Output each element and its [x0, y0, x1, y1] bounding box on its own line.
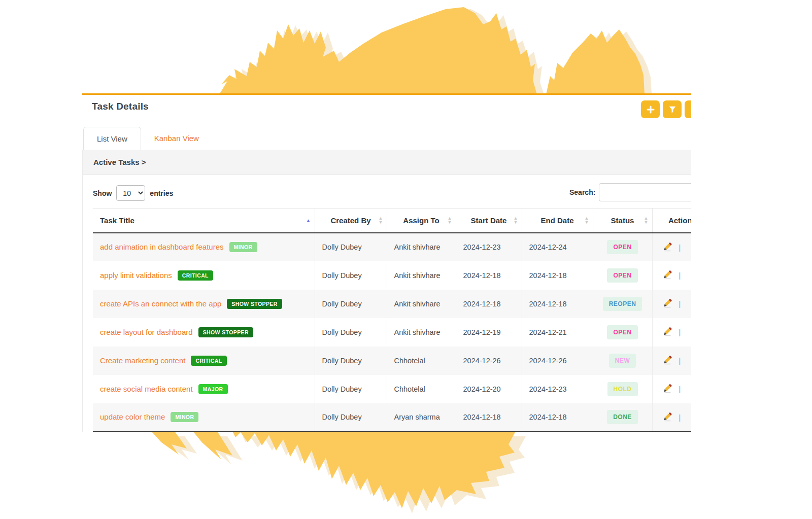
add-task-button[interactable] — [641, 100, 660, 118]
plus-icon — [647, 106, 655, 114]
action-cell: | — [652, 375, 691, 403]
status-cell: NEW — [593, 347, 652, 375]
column-header-label: Start Date — [471, 216, 507, 225]
action-separator: | — [679, 385, 681, 393]
page: Task Details List View Kanban View — [0, 0, 812, 519]
task-title-link[interactable]: create layout for dashboard — [100, 328, 193, 336]
entries-label: entries — [150, 189, 173, 197]
task-title-cell: create social media contentMAJOR — [93, 375, 315, 403]
column-header-label: End Date — [540, 216, 573, 225]
status-badge: HOLD — [607, 382, 638, 396]
priority-badge: SHOW STOPPER — [198, 327, 253, 337]
task-title-link[interactable]: Create marketing content — [100, 356, 185, 365]
end-date-cell: 2024-12-18 — [522, 261, 593, 290]
start-date-cell: 2024-12-18 — [456, 261, 522, 290]
table-row: create APIs an connect with the appSHOW … — [93, 290, 691, 318]
task-title-cell: Create marketing contentCRITICAL — [93, 347, 315, 375]
sort-both-icon: ▲▼ — [514, 216, 518, 224]
start-date-cell: 2024-12-26 — [456, 347, 522, 375]
start-date-cell: 2024-12-23 — [456, 233, 522, 261]
priority-badge: SHOW STOPPER — [227, 299, 282, 309]
column-header-task-title[interactable]: Task Title▲ — [93, 209, 315, 233]
status-cell: OPEN — [593, 318, 652, 347]
edit-pencil-icon[interactable] — [662, 297, 673, 310]
tab-list-view[interactable]: List View — [83, 127, 141, 150]
status-cell: OPEN — [593, 233, 652, 261]
status-cell: DONE — [593, 403, 652, 432]
search-input[interactable] — [599, 183, 691, 201]
start-date-cell: 2024-12-18 — [456, 290, 522, 318]
page-title: Task Details — [92, 101, 149, 112]
action-cell: | — [652, 318, 691, 347]
table-row: apply limit validationsCRITICALDolly Dub… — [93, 261, 691, 290]
end-date-cell: 2024-12-24 — [522, 233, 593, 261]
search-control: Search: — [569, 183, 691, 201]
end-date-cell: 2024-12-21 — [522, 318, 593, 347]
filter-button[interactable] — [663, 100, 682, 118]
column-header-start-date[interactable]: Start Date▲▼ — [456, 209, 522, 233]
edit-pencil-icon[interactable] — [662, 269, 673, 282]
assign-to-cell: Ankit shivhare — [387, 290, 456, 318]
column-header-created-by[interactable]: Created By▲▼ — [315, 209, 387, 233]
toolbar — [641, 100, 691, 118]
task-title-cell: update color themeMINOR — [93, 403, 315, 432]
task-title-link[interactable]: update color theme — [100, 412, 165, 421]
page-size-select[interactable]: 10 — [116, 185, 145, 201]
action-cell: | — [652, 233, 691, 261]
action-cell: | — [652, 403, 691, 432]
priority-badge: MINOR — [171, 412, 198, 422]
end-date-cell: 2024-12-23 — [522, 375, 593, 403]
tab-kanban-view[interactable]: Kanban View — [141, 127, 212, 150]
refresh-button[interactable] — [685, 100, 691, 118]
table-row: create social media contentMAJORDolly Du… — [93, 375, 691, 403]
column-header-assign-to[interactable]: Assign To▲▼ — [387, 209, 456, 233]
created-by-cell: Dolly Dubey — [315, 318, 387, 347]
task-title-link[interactable]: add animation in dashboard features — [100, 243, 224, 251]
action-separator: | — [679, 299, 681, 308]
status-badge: DONE — [607, 410, 638, 424]
status-cell: REOPEN — [593, 290, 652, 318]
refresh-icon — [690, 106, 692, 114]
start-date-cell: 2024-12-20 — [456, 375, 522, 403]
action-separator: | — [679, 328, 681, 336]
task-title-cell: apply limit validationsCRITICAL — [93, 261, 315, 290]
action-cell: | — [652, 347, 691, 375]
status-cell: OPEN — [593, 261, 652, 290]
view-tabs: List View Kanban View — [83, 127, 212, 150]
action-separator: | — [679, 413, 681, 422]
column-header-label: Assign To — [403, 216, 439, 225]
panel-header: Active Tasks > — [83, 150, 691, 175]
start-date-cell: 2024-12-18 — [456, 403, 522, 432]
created-by-cell: Dolly Dubey — [315, 375, 387, 403]
created-by-cell: Dolly Dubey — [315, 403, 387, 432]
column-header-label: Action — [668, 216, 691, 225]
column-header-end-date[interactable]: End Date▲▼ — [522, 209, 593, 233]
action-cell: | — [652, 290, 691, 318]
task-title-link[interactable]: create APIs an connect with the app — [100, 299, 221, 308]
column-header-status[interactable]: Status▲▼ — [593, 209, 652, 233]
table-row: Create marketing contentCRITICALDolly Du… — [93, 347, 691, 375]
edit-pencil-icon[interactable] — [662, 383, 673, 395]
status-cell: HOLD — [593, 375, 652, 403]
edit-pencil-icon[interactable] — [662, 326, 673, 338]
assign-to-cell: Chhotelal — [387, 347, 456, 375]
priority-badge: MINOR — [229, 242, 257, 252]
task-title-link[interactable]: apply limit validations — [100, 271, 172, 280]
created-by-cell: Dolly Dubey — [315, 347, 387, 375]
priority-badge: CRITICAL — [191, 356, 226, 366]
column-header-label: Task Title — [100, 216, 134, 225]
page-size-control: Show 10 entries — [93, 185, 173, 201]
sort-both-icon: ▲▼ — [448, 216, 452, 224]
created-by-cell: Dolly Dubey — [315, 261, 387, 290]
task-title-link[interactable]: create social media content — [100, 385, 193, 393]
action-cell: | — [652, 261, 691, 290]
assign-to-cell: Aryan sharma — [387, 403, 456, 432]
accent-divider-line — [82, 93, 691, 95]
action-separator: | — [679, 243, 681, 252]
edit-pencil-icon[interactable] — [662, 411, 673, 424]
status-badge: REOPEN — [603, 297, 642, 311]
status-badge: NEW — [609, 354, 636, 368]
task-title-cell: create APIs an connect with the appSHOW … — [93, 290, 315, 318]
edit-pencil-icon[interactable] — [662, 354, 673, 367]
edit-pencil-icon[interactable] — [662, 241, 673, 254]
